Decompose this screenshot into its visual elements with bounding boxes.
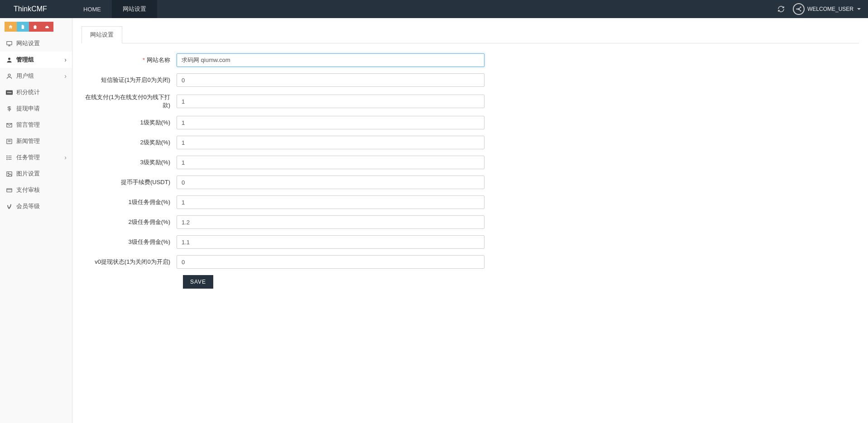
refresh-icon[interactable] [772, 0, 790, 18]
svg-text:VISA: VISA [7, 91, 12, 94]
label-v0-withdraw: v0提现状态(1为关闭0为开启) [82, 258, 177, 266]
sidebar-item-label: 新闻管理 [16, 137, 40, 145]
label-task-comm-l2: 2级任务佣金(%) [82, 218, 177, 226]
sidebar-item-admin-group[interactable]: 管理组› [0, 52, 72, 68]
list-icon [5, 154, 13, 161]
sidebar-item-points-stats[interactable]: VISA积分统计 [0, 84, 72, 100]
label-sms-verify: 短信验证(1为开启0为关闭) [82, 76, 177, 84]
visa-icon: VISA [5, 89, 13, 96]
svg-point-22 [6, 159, 7, 159]
form-row-task-comm-l2: 2级任务佣金(%) [82, 215, 859, 229]
svg-point-10 [8, 57, 10, 60]
label-online-pay: 在线支付(1为在线支付0为线下打款) [82, 93, 177, 109]
sidebar-item-message-mgmt[interactable]: 留言管理 [0, 117, 72, 133]
brand-logo[interactable]: ThinkCMF [0, 0, 72, 18]
user-outline-icon [5, 72, 13, 80]
form-row-sms-verify: 短信验证(1为开启0为关闭) [82, 73, 859, 87]
content-panel: 网站设置 网站名称短信验证(1为开启0为关闭)在线支付(1为在线支付0为线下打款… [72, 18, 868, 423]
form-row-online-pay: 在线支付(1为在线支付0为线下打款) [82, 93, 859, 109]
svg-point-24 [8, 173, 9, 174]
image-icon [5, 170, 13, 177]
sidebar-item-member-level[interactable]: 会员等级 [0, 198, 72, 214]
content-tab[interactable]: 网站设置 [82, 26, 122, 43]
sidebar-item-task-mgmt[interactable]: 任务管理› [0, 149, 72, 166]
settings-form: 网站名称短信验证(1为开启0为关闭)在线支付(1为在线支付0为线下打款)1级奖励… [82, 53, 859, 269]
sidebar-item-label: 提现申请 [16, 105, 40, 113]
form-row-site-name: 网站名称 [82, 53, 859, 67]
sidebar-item-site-settings[interactable]: 网站设置 [0, 35, 72, 52]
svg-rect-25 [6, 188, 11, 192]
monitor-icon [5, 40, 13, 47]
sidebar-item-label: 支付审核 [16, 186, 40, 194]
input-reward-l1[interactable] [177, 116, 484, 129]
save-button[interactable]: SAVE [183, 275, 213, 289]
label-site-name: 网站名称 [82, 56, 177, 64]
sidebar-item-label: 图片设置 [16, 170, 40, 178]
label-task-comm-l1: 1级任务佣金(%) [82, 198, 177, 206]
label-task-comm-l3: 3级任务佣金(%) [82, 238, 177, 246]
label-reward-l1: 1级奖励(%) [82, 119, 177, 127]
sidebar-item-label: 管理组 [16, 56, 34, 64]
sidebar-item-label: 留言管理 [16, 121, 40, 129]
svg-point-20 [6, 156, 7, 156]
quicklinks-bar [0, 18, 72, 35]
side-menu: 网站设置管理组›用户组›VISA积分统计提现申请留言管理新闻管理任务管理›图片设… [0, 35, 72, 214]
input-withdraw-fee[interactable] [177, 176, 484, 189]
form-row-reward-l3: 3级奖励(%) [82, 156, 859, 169]
form-row-task-comm-l1: 1级任务佣金(%) [82, 195, 859, 209]
input-reward-l2[interactable] [177, 136, 484, 149]
dollar-icon [5, 105, 13, 112]
input-site-name[interactable] [177, 53, 484, 67]
sidebar-item-withdraw-apply[interactable]: 提现申请 [0, 100, 72, 117]
sidebar-item-payment-review[interactable]: 支付审核 [0, 182, 72, 198]
navbar-spacer [157, 0, 772, 18]
input-task-comm-l3[interactable] [177, 235, 484, 249]
vine-icon [5, 203, 13, 210]
nav-tab-1[interactable]: 网站设置 [112, 0, 157, 18]
top-navbar: ThinkCMF HOME网站设置 WELCOME_USER [0, 0, 868, 18]
svg-rect-23 [6, 171, 11, 176]
form-row-withdraw-fee: 提币手续费(USDT) [82, 176, 859, 189]
sidebar-item-label: 网站设置 [16, 39, 40, 48]
news-icon [5, 138, 13, 145]
chevron-right-icon: › [64, 154, 67, 161]
sidebar: 网站设置管理组›用户组›VISA积分统计提现申请留言管理新闻管理任务管理›图片设… [0, 18, 72, 423]
sidebar-item-label: 任务管理 [16, 153, 40, 162]
input-reward-l3[interactable] [177, 156, 484, 169]
card-icon [5, 186, 13, 194]
form-row-reward-l1: 1级奖励(%) [82, 116, 859, 129]
svg-rect-7 [6, 41, 11, 45]
form-row-reward-l2: 2级奖励(%) [82, 136, 859, 149]
sidebar-item-news-mgmt[interactable]: 新闻管理 [0, 133, 72, 149]
sidebar-item-image-settings[interactable]: 图片设置 [0, 166, 72, 182]
sidebar-item-user-group[interactable]: 用户组› [0, 68, 72, 84]
file-icon[interactable] [17, 22, 29, 32]
label-withdraw-fee: 提币手续费(USDT) [82, 178, 177, 186]
user-avatar-icon [793, 3, 805, 15]
label-reward-l2: 2级奖励(%) [82, 138, 177, 147]
chevron-right-icon: › [64, 56, 67, 63]
input-task-comm-l2[interactable] [177, 215, 484, 229]
nav-tab-0[interactable]: HOME [72, 0, 112, 18]
content-tab-bar: 网站设置 [82, 26, 859, 43]
user-menu[interactable]: WELCOME_USER [790, 0, 868, 18]
sidebar-item-label: 会员等级 [16, 202, 40, 210]
form-row-v0-withdraw: v0提现状态(1为关闭0为开启) [82, 255, 859, 269]
chevron-right-icon: › [64, 72, 67, 80]
sidebar-item-label: 用户组 [16, 72, 34, 80]
input-sms-verify[interactable] [177, 73, 484, 87]
chevron-down-icon [857, 8, 861, 10]
user-label: WELCOME_USER [807, 6, 854, 12]
home-icon[interactable] [5, 22, 17, 32]
cloud-icon[interactable] [41, 22, 53, 32]
trash-icon[interactable] [29, 22, 41, 32]
sidebar-item-label: 积分统计 [16, 88, 40, 96]
input-task-comm-l1[interactable] [177, 195, 484, 209]
form-row-task-comm-l3: 3级任务佣金(%) [82, 235, 859, 249]
label-reward-l3: 3级奖励(%) [82, 158, 177, 166]
mail-icon [5, 121, 13, 128]
input-v0-withdraw[interactable] [177, 255, 484, 269]
input-online-pay[interactable] [177, 95, 484, 108]
user-solid-icon [5, 56, 13, 63]
svg-point-11 [8, 74, 10, 76]
